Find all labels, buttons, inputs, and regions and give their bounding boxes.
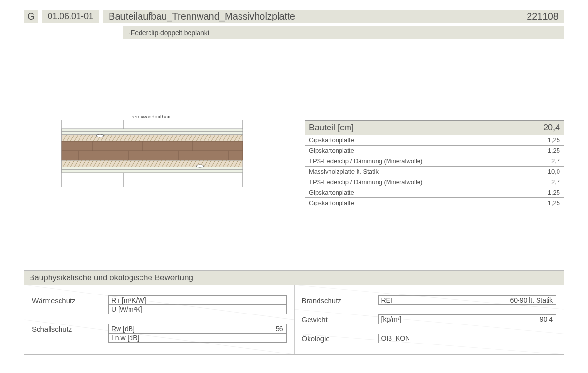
brandschutz-field: REI60-90 lt. Statik — [378, 295, 557, 305]
layer-value: 2,7 — [520, 177, 564, 187]
layers-header-total: 20,4 — [520, 121, 564, 135]
evaluation-section: Bauphysikalische und ökologische Bewertu… — [24, 270, 564, 355]
svg-point-113 — [196, 165, 204, 167]
label-schallschutz: Schallschutz — [32, 324, 108, 333]
field-key: OI3_KON — [381, 334, 410, 342]
gewicht-field: [kg/m²]90,4 — [378, 314, 557, 324]
layer-value: 10,0 — [520, 167, 564, 177]
layer-name: TPS-Federclip / Dämmung (Mineralwolle) — [305, 156, 520, 167]
table-row: Massivholzplatte lt. Statik10,0 — [305, 167, 564, 177]
field-key: [kg/m²] — [381, 315, 402, 323]
svg-rect-4 — [62, 132, 243, 135]
svg-rect-3 — [62, 129, 243, 132]
layer-name: Gipskartonplatte — [305, 198, 520, 208]
layer-name: Gipskartonplatte — [305, 135, 520, 146]
subtitle-row: -Federclip-doppelt beplankt — [123, 26, 564, 39]
title-box: Bauteilaufbau_Trennwand_Massivholzplatte… — [103, 10, 564, 23]
layer-value: 1,25 — [520, 198, 564, 208]
wall-section-svg — [57, 120, 248, 187]
page-title: Bauteilaufbau_Trennwand_Massivholzplatte — [109, 11, 295, 22]
label-gewicht: Gewicht — [302, 314, 378, 324]
layer-value: 1,25 — [520, 146, 564, 156]
label-oekologie: Ökologie — [302, 334, 378, 343]
waermeschutz-field: U [W/m²K] — [108, 305, 287, 314]
table-row: TPS-Federclip / Dämmung (Mineralwolle)2,… — [305, 177, 564, 187]
schallschutz-field: Rw [dB]56 — [108, 324, 287, 334]
badge: G — [24, 10, 38, 23]
layer-value: 2,7 — [520, 156, 564, 167]
table-row: Gipskartonplatte1,25 — [305, 135, 564, 146]
field-value: 56 — [276, 325, 283, 333]
schallschutz-field: Ln,w [dB] — [108, 334, 287, 343]
svg-rect-111 — [62, 170, 243, 173]
waermeschutz-field: Rᴛ [m²K/W] — [108, 295, 287, 305]
table-row: Gipskartonplatte1,25 — [305, 198, 564, 208]
section-drawing: Trennwandaufbau — [57, 120, 286, 208]
subtitle: -Federclip-doppelt beplankt — [123, 26, 564, 39]
eval-left-col: Wärmeschutz Rᴛ [m²K/W]U [W/m²K] Schallsc… — [24, 291, 294, 348]
layers-header-label: Bauteil [cm] — [305, 121, 520, 135]
layer-name: TPS-Federclip / Dämmung (Mineralwolle) — [305, 177, 520, 187]
table-row: Gipskartonplatte1,25 — [305, 187, 564, 198]
table-row: Gipskartonplatte1,25 — [305, 146, 564, 156]
label-waermeschutz: Wärmeschutz — [32, 295, 108, 304]
field-key: Rw [dB] — [111, 325, 135, 333]
field-key: Ln,w [dB] — [111, 334, 139, 342]
header-row: G 01.06.01-01 Bauteilaufbau_Trennwand_Ma… — [24, 10, 564, 23]
field-key: REI — [381, 296, 392, 304]
label-brandschutz: Brandschutz — [302, 295, 378, 304]
eval-right-col: Brandschutz REI60-90 lt. Statik Gewicht … — [294, 291, 564, 348]
doc-code: 01.06.01-01 — [42, 10, 99, 23]
oekologie-field: OI3_KON — [378, 334, 557, 343]
doc-date: 221108 — [527, 11, 558, 22]
layer-value: 1,25 — [520, 187, 564, 198]
evaluation-title: Bauphysikalische und ökologische Bewertu… — [24, 271, 564, 285]
layer-name: Gipskartonplatte — [305, 187, 520, 198]
field-value: 60-90 lt. Statik — [510, 296, 553, 304]
layers-table: Bauteil [cm] 20,4 Gipskartonplatte1,25Gi… — [305, 120, 564, 208]
field-value: 90,4 — [540, 315, 553, 323]
layer-value: 1,25 — [520, 135, 564, 146]
layer-name: Massivholzplatte lt. Statik — [305, 167, 520, 177]
drawing-label: Trennwandaufbau — [129, 114, 170, 119]
field-key: Rᴛ [m²K/W] — [111, 296, 146, 304]
svg-point-112 — [96, 134, 104, 137]
field-key: U [W/m²K] — [111, 305, 142, 313]
svg-rect-110 — [62, 167, 243, 170]
layer-name: Gipskartonplatte — [305, 146, 520, 156]
table-row: TPS-Federclip / Dämmung (Mineralwolle)2,… — [305, 156, 564, 167]
